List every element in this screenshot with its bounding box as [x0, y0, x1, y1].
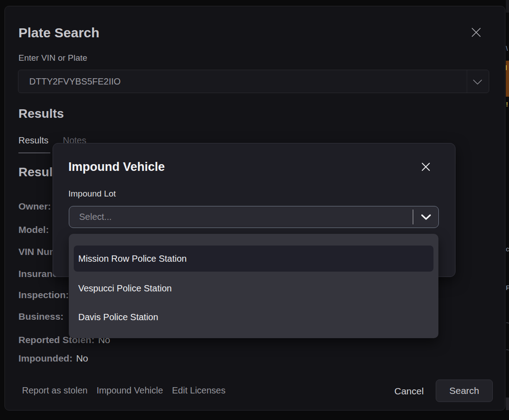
input-divider	[467, 70, 467, 93]
field-impounded: Impounded:No	[18, 353, 88, 364]
field-inspection: Inspection:	[18, 290, 72, 300]
option-label: Mission Row Police Station	[78, 254, 187, 264]
field-model: Model:	[18, 224, 53, 235]
screen: \ ! c P ~ ~ Plate Search Enter VIN or Pl…	[0, 0, 509, 420]
dialog-title: Plate Search	[18, 25, 99, 40]
field-business: Business:	[18, 311, 67, 322]
background-fragment	[506, 0, 509, 13]
search-button[interactable]: Search	[436, 380, 493, 402]
active-tab-underline	[18, 152, 50, 153]
option-label: Vespucci Police Station	[78, 283, 172, 294]
option-label: Davis Police Station	[78, 312, 158, 322]
impound-lot-dropdown: Mission Row Police Station Vespucci Poli…	[69, 234, 438, 338]
tab-results[interactable]: Results	[18, 135, 49, 146]
cancel-button[interactable]: Cancel	[394, 386, 424, 397]
background-fragment: \	[506, 45, 509, 52]
background-fragment: c	[506, 246, 509, 252]
background-fragment: !	[506, 101, 509, 107]
background-fragment: ~	[506, 319, 509, 326]
dropdown-option-mission-row[interactable]: Mission Row Police Station	[74, 246, 433, 272]
report-as-stolen-button[interactable]: Report as stolen	[22, 385, 88, 396]
edit-licenses-button[interactable]: Edit Licenses	[172, 385, 226, 396]
results-heading: Results	[18, 107, 64, 121]
background-fragment: ~	[506, 346, 509, 353]
dropdown-option-vespucci[interactable]: Vespucci Police Station	[69, 275, 438, 301]
impound-lot-label: Impound Lot	[68, 189, 116, 199]
close-icon[interactable]	[470, 27, 482, 38]
modal-title: Impound Vehicle	[68, 160, 165, 174]
chevron-down-icon[interactable]	[473, 79, 482, 85]
background-fragment-orange	[506, 61, 509, 97]
background-fragment	[506, 65, 507, 70]
chevron-down-icon[interactable]	[421, 214, 431, 220]
vin-input[interactable]	[18, 70, 489, 93]
select-divider	[413, 210, 414, 224]
close-icon[interactable]	[420, 161, 431, 172]
background-fragment	[506, 398, 509, 410]
background-fragment: P	[506, 284, 509, 291]
background-edge-strip: \ ! c P ~ ~	[506, 0, 509, 420]
footer-actions: Report as stolen Impound Vehicle Edit Li…	[22, 385, 226, 396]
impound-vehicle-button[interactable]: Impound Vehicle	[97, 385, 163, 396]
field-owner: Owner:	[18, 201, 54, 212]
impound-lot-select[interactable]: Select...	[69, 206, 439, 228]
vin-input-label: Enter VIN or Plate	[18, 53, 87, 63]
select-placeholder: Select...	[79, 206, 112, 228]
dropdown-option-davis[interactable]: Davis Police Station	[69, 304, 438, 330]
